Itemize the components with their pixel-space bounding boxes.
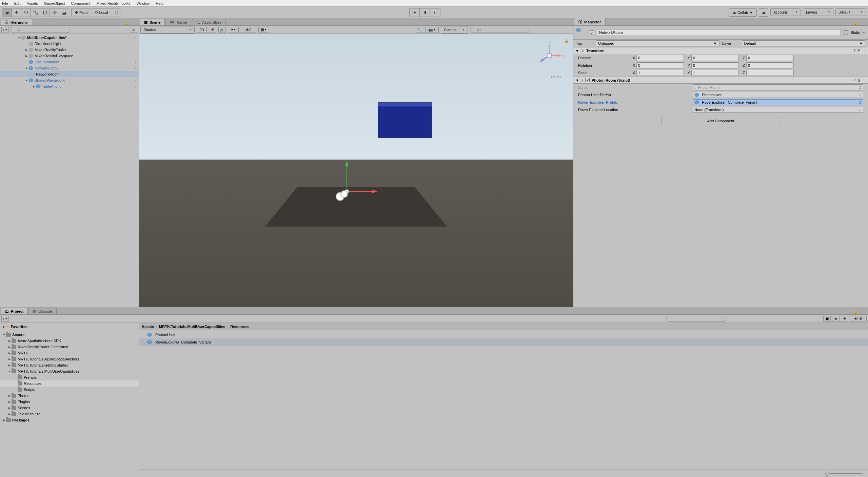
menu-icon[interactable]: ⋮ xyxy=(862,78,866,82)
hierarchy-item-sharedplayground[interactable]: ▼SharedPlayground› xyxy=(0,77,139,83)
preset-icon[interactable]: ⎘ xyxy=(858,48,860,53)
layers-dropdown[interactable]: Layers▼ xyxy=(803,8,833,16)
audio-toggle[interactable]: 🔊 xyxy=(218,27,226,33)
picker-icon[interactable]: ⊙ xyxy=(859,85,862,90)
move-gizmo[interactable] xyxy=(330,154,384,209)
rot-y[interactable] xyxy=(691,62,739,68)
pos-y[interactable] xyxy=(691,55,739,61)
hierarchy-item-debugwindow[interactable]: DebugWindow› xyxy=(0,59,139,65)
layer-dropdown[interactable]: Default▼ xyxy=(742,40,866,46)
hierarchy-item-tableanchor[interactable]: ▶TableAnchor› xyxy=(0,83,139,89)
hierarchy-item-playspace[interactable]: ▶MixedRealityPlayspace xyxy=(0,53,139,59)
scene-viewport[interactable]: ‹ Back y x 🔒 xyxy=(139,34,573,307)
folder-row[interactable]: ▶MixedRealityToolkit.Generated xyxy=(0,344,139,350)
tools-button[interactable]: 🔧 xyxy=(416,27,423,33)
component-enabled-checkbox[interactable]: ✓ xyxy=(585,78,590,82)
asset-item-photonuser[interactable]: PhotonUser xyxy=(139,331,868,338)
pause-button[interactable] xyxy=(420,8,430,17)
tab-menu-icon[interactable]: ⋮ xyxy=(860,21,868,25)
scale-tool[interactable] xyxy=(31,8,40,17)
picker-icon[interactable]: ⊙ xyxy=(859,108,862,112)
folder-row[interactable]: ▶Plugins xyxy=(0,399,139,405)
menu-file[interactable]: File xyxy=(2,1,8,5)
fx-dropdown[interactable]: ✦▼ xyxy=(228,27,239,33)
help-icon[interactable]: ? xyxy=(853,48,856,53)
scene-root[interactable]: ▼ MultiUserCapabilities* ⋮ xyxy=(0,35,139,41)
breadcrumb-item[interactable]: Resources xyxy=(230,325,249,329)
lock-icon[interactable]: 🔒 xyxy=(851,21,860,25)
pos-x[interactable] xyxy=(636,55,684,61)
asset-item-roverexplorer[interactable]: RoverExplorer_Complete_Variant xyxy=(139,338,868,346)
photon-room-header[interactable]: ▼ # ✓ Photon Room (Script) ?⎘⋮ xyxy=(573,77,868,84)
add-component-button[interactable]: Add Component xyxy=(662,117,780,125)
scl-y[interactable] xyxy=(691,70,739,76)
folder-row[interactable]: ▶MRTK.Tutorials.GettingStarted xyxy=(0,362,139,368)
favorites-row[interactable]: ▶★Favorites xyxy=(0,324,139,330)
lock-gizmo-icon[interactable]: 🔒 xyxy=(564,39,569,43)
hidden-toggle[interactable]: 👁 0 xyxy=(241,27,256,33)
hierarchy-item-networkroom[interactable]: NetworkRoom xyxy=(0,71,139,77)
filter-button[interactable]: ▣ xyxy=(823,316,831,322)
grid-dropdown[interactable]: ▦▼ xyxy=(258,27,269,33)
preset-icon[interactable]: ⎘ xyxy=(858,78,860,82)
filter-button-2[interactable]: ◈ xyxy=(832,316,840,322)
create-dropdown[interactable]: + ▼ xyxy=(1,316,9,322)
menu-assets[interactable]: Assets xyxy=(27,1,38,5)
tab-menu-icon[interactable]: ⋮ xyxy=(860,310,868,314)
gizmos-dropdown[interactable]: Gizmos▼ xyxy=(441,26,468,34)
project-search[interactable] xyxy=(666,316,726,322)
create-dropdown[interactable]: + ▼ xyxy=(1,27,9,33)
menu-window[interactable]: Window xyxy=(136,1,150,5)
hierarchy-tab[interactable]: ☰Hierarchy xyxy=(1,19,32,25)
hierarchy-item-directional-light[interactable]: Directional Light xyxy=(0,41,139,47)
multi-tool[interactable] xyxy=(50,8,59,17)
hierarchy-item-networklobby[interactable]: ▼NetworkLobby› xyxy=(0,65,139,71)
mode-2d-toggle[interactable]: 2D xyxy=(197,27,207,33)
thumbnail-size-slider[interactable] xyxy=(825,473,863,474)
favorite-button[interactable]: ★ xyxy=(841,316,848,322)
rover-explorer-prefab-field[interactable]: RoverExplorer_Complete_Variant⊙ xyxy=(693,99,863,105)
folder-row[interactable]: ▶TextMesh Pro xyxy=(0,411,139,417)
tab-menu-icon[interactable]: ⋮ xyxy=(565,21,573,25)
hand-tool[interactable] xyxy=(2,8,12,17)
lock-icon[interactable]: 🔒 xyxy=(851,310,860,314)
picker-icon[interactable]: ⊙ xyxy=(859,93,862,97)
axis-gizmo[interactable]: y x 🔒 xyxy=(532,39,566,72)
camera-dropdown[interactable]: 📷▼ xyxy=(425,27,439,33)
play-button[interactable] xyxy=(410,8,420,17)
rot-x[interactable] xyxy=(636,62,684,68)
static-checkbox[interactable] xyxy=(844,30,848,35)
folder-row[interactable]: ▶Photon xyxy=(0,393,139,399)
gameobject-name-input[interactable] xyxy=(597,29,841,36)
project-tab[interactable]: 🗀Project xyxy=(1,308,28,314)
picker-icon[interactable]: ⊙ xyxy=(859,100,862,105)
hierarchy-item-mrtk[interactable]: ▶MixedRealityToolkit xyxy=(0,47,139,53)
photon-user-prefab-field[interactable]: PhotonUser⊙ xyxy=(693,92,863,98)
assetstore-tab[interactable]: 🛍Asset Store xyxy=(192,19,226,25)
scene-tab[interactable]: ▦Scene xyxy=(140,19,165,25)
scl-x[interactable] xyxy=(636,70,684,76)
menu-component[interactable]: Component xyxy=(71,1,90,5)
game-tab[interactable]: 🎮Game xyxy=(165,19,191,25)
folder-row[interactable]: ▶Scenes xyxy=(0,405,139,411)
collab-button[interactable]: ☁Collab▼ xyxy=(729,8,757,17)
menu-edit[interactable]: Edit xyxy=(14,1,21,5)
folder-row[interactable]: ▼MRTK.Tutorials.MultiUserCapabilities xyxy=(0,368,139,374)
pos-z[interactable] xyxy=(746,55,794,61)
lighting-toggle[interactable]: ☀ xyxy=(209,27,216,33)
active-checkbox[interactable]: ✓ xyxy=(590,30,594,35)
folder-row[interactable]: Scripts xyxy=(0,387,139,393)
tag-dropdown[interactable]: Untagged▼ xyxy=(596,40,719,46)
rect-tool[interactable] xyxy=(40,8,50,17)
folder-row[interactable]: Prefabs xyxy=(0,374,139,380)
hidden-count[interactable]: 👁16 xyxy=(850,316,867,322)
rot-z[interactable] xyxy=(746,62,794,68)
console-tab[interactable]: ▤Console xyxy=(28,308,56,314)
tab-menu-icon[interactable]: ⋮ xyxy=(131,21,139,25)
packages-root[interactable]: ▶Packages xyxy=(0,417,139,423)
menu-mrtk[interactable]: Mixed Reality Toolkit xyxy=(96,1,130,5)
rotate-tool[interactable] xyxy=(21,8,31,17)
folder-row[interactable]: ▶MRTK.Tutorials.AzureSpatialAnchors xyxy=(0,356,139,362)
lock-icon[interactable]: 🔒 xyxy=(122,21,131,25)
static-dropdown[interactable]: ▼ xyxy=(863,31,865,34)
